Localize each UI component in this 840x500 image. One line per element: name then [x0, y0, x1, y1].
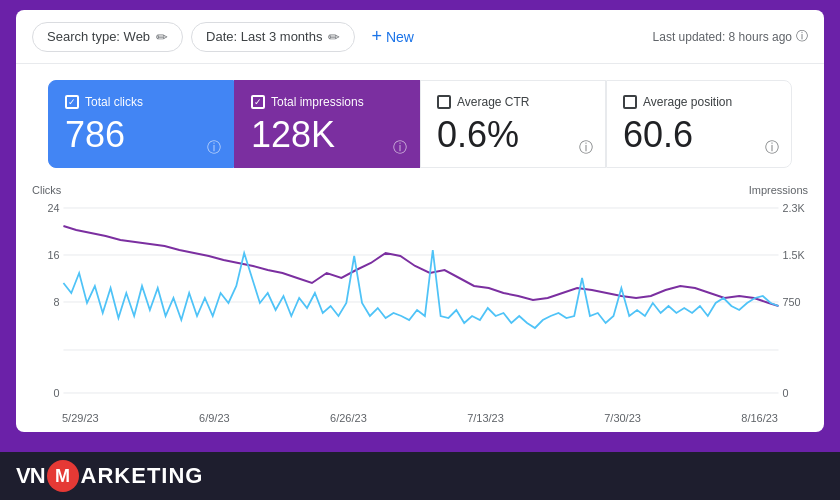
edit-date-icon: ✏ [328, 29, 340, 45]
help-impressions-icon[interactable]: ⓘ [393, 139, 407, 157]
chart-axis-labels: Clicks Impressions [32, 184, 808, 196]
chart-area: Clicks Impressions 24 16 8 0 2.3K 1.5K 7… [16, 176, 824, 432]
metric-avg-ctr[interactable]: Average CTR 0.6% ⓘ [420, 80, 606, 168]
brand-logo: VN M ARKETING [16, 460, 203, 492]
help-ctr-icon[interactable]: ⓘ [579, 139, 593, 157]
last-updated: Last updated: 8 hours ago ⓘ [653, 28, 808, 45]
metric-total-impressions[interactable]: Total impressions 128K ⓘ [234, 80, 420, 168]
help-position-icon[interactable]: ⓘ [765, 139, 779, 157]
toolbar: Search type: Web ✏ Date: Last 3 months ✏… [16, 10, 824, 64]
metric-label-impressions: Total impressions [251, 95, 403, 109]
impressions-line [63, 226, 778, 306]
metric-label-clicks: Total clicks [65, 95, 217, 109]
brand-m-letter: M [55, 466, 70, 487]
bottom-bar: VN M ARKETING [0, 452, 840, 500]
search-type-filter[interactable]: Search type: Web ✏ [32, 22, 183, 52]
chart-wrapper: 24 16 8 0 2.3K 1.5K 750 0 [32, 198, 808, 408]
svg-text:0: 0 [53, 387, 59, 399]
date-label-4: 7/30/23 [604, 412, 641, 424]
brand-m-circle: M [47, 460, 79, 492]
info-icon: ⓘ [796, 28, 808, 45]
brand-marketing: ARKETING [81, 463, 204, 489]
metrics-row: Total clicks 786 ⓘ Total impressions 128… [32, 80, 808, 168]
svg-text:8: 8 [53, 296, 59, 308]
y-axis-right-label: Impressions [749, 184, 808, 196]
metric-value-position: 60.6 [623, 117, 775, 153]
date-filter[interactable]: Date: Last 3 months ✏ [191, 22, 355, 52]
svg-text:2.3K: 2.3K [782, 202, 805, 214]
date-label-1: 6/9/23 [199, 412, 230, 424]
svg-text:24: 24 [47, 202, 59, 214]
date-label: Date: Last 3 months [206, 29, 322, 44]
search-type-label: Search type: Web [47, 29, 150, 44]
plus-icon: + [371, 26, 382, 47]
date-label-5: 8/16/23 [741, 412, 778, 424]
date-label-3: 7/13/23 [467, 412, 504, 424]
date-label-0: 5/29/23 [62, 412, 99, 424]
metric-avg-position[interactable]: Average position 60.6 ⓘ [606, 80, 792, 168]
edit-search-icon: ✏ [156, 29, 168, 45]
checkbox-clicks [65, 95, 79, 109]
brand-vn: VN [16, 463, 45, 489]
svg-text:750: 750 [782, 296, 800, 308]
metric-value-impressions: 128K [251, 117, 403, 153]
svg-text:1.5K: 1.5K [782, 249, 805, 261]
chart-svg: 24 16 8 0 2.3K 1.5K 750 0 [32, 198, 808, 408]
svg-text:0: 0 [782, 387, 788, 399]
metric-value-ctr: 0.6% [437, 117, 589, 153]
new-button-label: New [386, 29, 414, 45]
metric-label-position: Average position [623, 95, 775, 109]
main-container: Search type: Web ✏ Date: Last 3 months ✏… [16, 10, 824, 432]
metric-label-ctr: Average CTR [437, 95, 589, 109]
metric-total-clicks[interactable]: Total clicks 786 ⓘ [48, 80, 234, 168]
last-updated-text: Last updated: 8 hours ago [653, 30, 792, 44]
svg-text:16: 16 [47, 249, 59, 261]
help-clicks-icon[interactable]: ⓘ [207, 139, 221, 157]
checkbox-position [623, 95, 637, 109]
checkbox-ctr [437, 95, 451, 109]
date-label-2: 6/26/23 [330, 412, 367, 424]
y-axis-left-label: Clicks [32, 184, 61, 196]
new-button[interactable]: + New [363, 20, 422, 53]
chart-dates: 5/29/23 6/9/23 6/26/23 7/13/23 7/30/23 8… [32, 412, 808, 424]
metric-value-clicks: 786 [65, 117, 217, 153]
checkbox-impressions [251, 95, 265, 109]
